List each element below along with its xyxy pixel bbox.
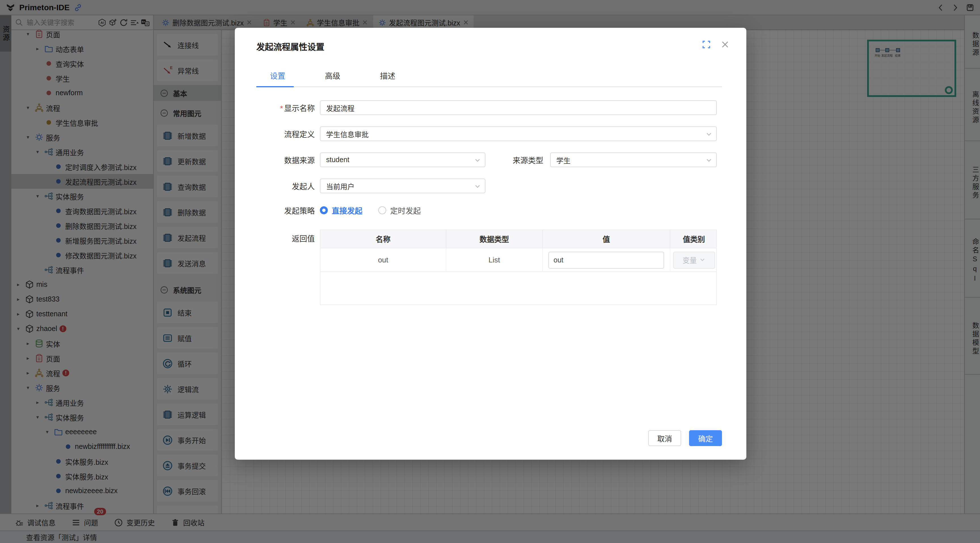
display-name-label: *显示名称 — [256, 102, 320, 113]
tab-advanced[interactable]: 高级 — [325, 70, 340, 81]
return-value-label: 返回值 — [256, 230, 320, 248]
value-input[interactable] — [549, 251, 664, 268]
process-definition-select[interactable]: 学生信息审批 — [320, 126, 717, 141]
ide-window: Primeton-IDE 资源 AIEn文 ▾页面▸动态表单 — [0, 0, 980, 543]
process-definition-label: 流程定义 — [256, 128, 320, 140]
radio-direct-launch[interactable] — [320, 206, 328, 214]
close-icon[interactable] — [720, 40, 730, 49]
value-kind-select[interactable]: 变量 — [673, 251, 715, 268]
source-type-label: 来源类型 — [512, 154, 550, 165]
cell-name: out — [320, 248, 446, 272]
table-row: out List 变量 — [320, 248, 717, 272]
col-name: 名称 — [320, 230, 446, 248]
chevron-down-icon — [699, 257, 705, 263]
radio-scheduled-launch[interactable] — [378, 206, 386, 214]
col-data-type: 数据类型 — [446, 230, 543, 248]
process-properties-modal: 发起流程属性设置 设置 高级 描述 *显示名称 流程定义 学生信息审 — [235, 28, 746, 460]
return-value-table: 名称 数据类型 值 值类别 out List 变量 — [320, 230, 717, 305]
data-source-select[interactable]: student — [320, 152, 485, 167]
radio-direct-launch-label[interactable]: 直接发起 — [332, 205, 363, 216]
chevron-down-icon — [474, 183, 481, 190]
cancel-button[interactable]: 取消 — [648, 430, 681, 446]
radio-scheduled-launch-label[interactable]: 定时发起 — [390, 205, 421, 216]
modal-title: 发起流程属性设置 — [256, 40, 325, 52]
fullscreen-icon[interactable] — [702, 40, 711, 49]
table-header: 名称 数据类型 值 值类别 — [320, 230, 717, 248]
cell-data-type: List — [446, 248, 543, 272]
chevron-down-icon — [705, 157, 712, 164]
modal-form: *显示名称 流程定义 学生信息审批 数据来源 student — [256, 100, 722, 316]
ok-button[interactable]: 确定 — [689, 430, 722, 446]
required-asterisk: * — [280, 104, 283, 113]
data-source-label: 数据来源 — [256, 154, 320, 165]
chevron-down-icon — [474, 157, 481, 164]
modal-footer: 取消 确定 — [648, 430, 722, 446]
tab-divider — [256, 86, 722, 87]
strategy-label: 发起策略 — [256, 205, 320, 216]
tab-settings[interactable]: 设置 — [270, 70, 285, 81]
initiator-select[interactable]: 当前用户 — [320, 179, 485, 193]
active-tab-indicator — [256, 86, 294, 87]
col-value: 值 — [543, 230, 670, 248]
initiator-label: 发起人 — [256, 180, 320, 192]
col-value-kind: 值类别 — [670, 230, 718, 248]
table-empty-area — [320, 272, 717, 305]
tab-description[interactable]: 描述 — [380, 70, 395, 81]
display-name-input[interactable] — [320, 100, 717, 115]
source-type-select[interactable]: 学生 — [550, 152, 717, 167]
chevron-down-icon — [705, 131, 712, 138]
modal-tab-bar: 设置 高级 描述 — [256, 70, 395, 81]
